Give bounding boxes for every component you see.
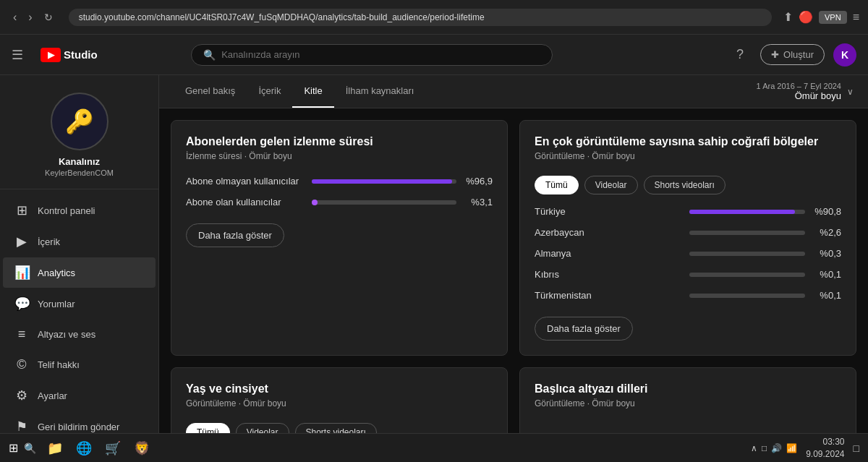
notification-icon[interactable]: □ (854, 442, 859, 454)
extensions-icon[interactable]: 🔴 (799, 10, 813, 24)
taskbar-app-browser[interactable]: 🌐 (71, 435, 97, 461)
reload-button[interactable]: ↻ (40, 8, 57, 27)
sidebar-item-analytics[interactable]: 📊 Analytics (3, 257, 156, 288)
sidebar-label-ayarlar: Ayarlar (38, 390, 67, 401)
chevron-down-icon: ∨ (847, 87, 854, 97)
taskbar-apps: 📁 🌐 🛒 🦁 (42, 435, 155, 461)
cyprus-value: %0,1 (812, 269, 841, 280)
sidebar-item-icerik[interactable]: ▶ İçerik (3, 226, 156, 257)
turkey-bar-container (689, 210, 805, 214)
browser-nav-buttons: ‹ › ↻ (9, 8, 57, 27)
tab-kitle[interactable]: Kitle (292, 75, 333, 108)
turkmenistan-label: Türkmenistan (535, 290, 682, 301)
yt-studio-header: ☰ ▶ Studio 🔍 ? ✚ Oluştur K (0, 35, 868, 75)
address-bar[interactable] (69, 9, 772, 26)
non-subscriber-bar (312, 179, 452, 184)
search-input[interactable] (221, 49, 540, 60)
age-gender-filter-all[interactable]: Tümü (186, 423, 230, 433)
age-gender-filter-videos[interactable]: Videolar (236, 423, 289, 433)
comments-icon: 💬 (14, 296, 29, 312)
hamburger-menu-icon[interactable]: ☰ (12, 47, 23, 63)
channel-info: 🔑 Kanalınız KeylerBendenCOM (0, 81, 158, 189)
taskbar-app-brave[interactable]: 🦁 (129, 435, 155, 461)
sidebar-label-kontrol-paneli: Kontrol paneli (38, 205, 95, 216)
period-selector[interactable]: 1 Ara 2016 – 7 Eyl 2024 Ömür boyu ∨ (757, 82, 854, 101)
clock-time: 03:30 (806, 436, 844, 448)
azerbaijan-value: %2,6 (812, 227, 841, 238)
yt-studio-logo[interactable]: ▶ Studio (41, 48, 98, 62)
turkmenistan-bar-container (689, 294, 805, 298)
analytics-content-grid: Abonelerden gelen izlenme süresi İzlenme… (159, 108, 868, 433)
subscriber-show-more-button[interactable]: Daha fazla göster (186, 223, 284, 247)
taskbar: ⊞ 🔍 📁 🌐 🛒 🦁 ∧ □ 🔊 📶 03:30 9.09.202 (0, 433, 868, 462)
sidebar-item-kontrol-paneli[interactable]: ⊞ Kontrol paneli (3, 195, 156, 226)
studio-label: Studio (64, 48, 98, 61)
browser-menu-icon[interactable]: ≡ (853, 11, 859, 24)
age-gender-card-subtitle: Görüntüleme · Ömür boyu (186, 398, 493, 408)
sidebar-item-yorumlar[interactable]: 💬 Yorumlar (3, 288, 156, 319)
main-layout: 🔑 Kanalınız KeylerBendenCOM ⊞ Kontrol pa… (0, 75, 868, 433)
period-title: Ömür boyu (757, 90, 841, 101)
tray-wifi-icon[interactable]: 📶 (786, 443, 797, 453)
channel-avatar[interactable]: 🔑 (51, 93, 109, 150)
geography-card: En çok görüntüleme sayısına sahip coğraf… (519, 120, 856, 356)
back-button[interactable]: ‹ (9, 8, 21, 27)
azerbaijan-label: Azerbaycan (535, 227, 682, 238)
age-gender-filter-buttons: Tümü Videolar Shorts videoları (186, 423, 493, 433)
sidebar-label-analytics: Analytics (38, 268, 75, 278)
feedback-icon: ⚑ (14, 419, 29, 433)
turkey-row: Türkiye %90,8 (535, 206, 841, 217)
non-subscriber-value: %96,9 (464, 176, 493, 187)
tray-network-icon[interactable]: □ (762, 443, 767, 453)
geography-filter-videos[interactable]: Videolar (584, 176, 638, 194)
subscriber-row: Abone olan kullanıcılar %3,1 (186, 197, 493, 208)
tab-icerik[interactable]: İçerik (247, 75, 292, 108)
tray-show-hidden-icon[interactable]: ∧ (751, 443, 757, 453)
settings-icon: ⚙ (14, 388, 29, 403)
dashboard-icon: ⊞ (14, 202, 29, 218)
subscriber-bar-container (312, 200, 456, 205)
youtube-logo-icon: ▶ (41, 48, 61, 62)
sidebar-label-telif: Telif hakkı (38, 359, 80, 370)
geography-filter-shorts[interactable]: Shorts videoları (644, 176, 726, 194)
header-search-bar[interactable]: 🔍 (191, 44, 553, 66)
taskbar-app-store[interactable]: 🛒 (100, 435, 126, 461)
tray-volume-icon[interactable]: 🔊 (771, 443, 782, 453)
subtitle-languages-subtitle: Görüntüleme · Ömür boyu (535, 398, 841, 408)
sidebar-item-ayarlar[interactable]: ⚙ Ayarlar (3, 380, 156, 411)
tray-icons: ∧ □ 🔊 📶 (751, 443, 797, 453)
vpn-button[interactable]: VPN (819, 11, 847, 24)
geography-show-more-button[interactable]: Daha fazla göster (535, 317, 633, 341)
tab-ilham[interactable]: İlham kaynakları (334, 75, 426, 108)
age-gender-filter-shorts[interactable]: Shorts videoları (295, 423, 377, 433)
sidebar-label-geri-bildirim: Geri bildirim gönder (38, 422, 119, 432)
subscriber-watch-time-card: Abonelerden gelen izlenme süresi İzlenme… (171, 120, 508, 356)
taskbar-app-explorer[interactable]: 📁 (42, 435, 68, 461)
azerbaijan-row: Azerbaycan %2,6 (535, 227, 841, 238)
geography-card-subtitle: Görüntüleme · Ömür boyu (535, 151, 841, 161)
windows-start-icon[interactable]: ⊞ (9, 441, 18, 455)
browser-actions: ⬆ 🔴 VPN ≡ (783, 10, 859, 24)
taskbar-search-icon[interactable]: 🔍 (24, 442, 36, 454)
sidebar-item-telif[interactable]: © Telif hakkı (3, 350, 156, 380)
cyprus-bar-container (689, 273, 805, 277)
user-avatar[interactable]: K (833, 43, 856, 67)
tab-genel-bakis[interactable]: Genel bakış (174, 75, 247, 108)
subtitle-icon: ≡ (14, 327, 29, 342)
sidebar-label-icerik: İçerik (38, 236, 60, 247)
store-icon: 🛒 (105, 440, 121, 456)
create-button[interactable]: ✚ Oluştur (760, 44, 825, 65)
sidebar-item-altyazi[interactable]: ≡ Altyazı ve ses (3, 320, 156, 349)
turkmenistan-row: Türkmenistan %0,1 (535, 290, 841, 301)
sidebar-label-yorumlar: Yorumlar (38, 299, 75, 309)
turkmenistan-value: %0,1 (812, 290, 841, 301)
share-icon[interactable]: ⬆ (783, 10, 793, 24)
subscriber-dot (312, 200, 318, 205)
sidebar-item-geri-bildirim[interactable]: ⚑ Geri bildirim gönder (3, 411, 156, 433)
subtitle-languages-title: Başlıca altyazı dilleri (535, 382, 841, 395)
subscriber-card-title: Abonelerden gelen izlenme süresi (186, 135, 493, 148)
geography-filter-all[interactable]: Tümü (535, 176, 579, 194)
forward-button[interactable]: › (24, 8, 36, 27)
age-gender-card: Yaş ve cinsiyet Görüntüleme · Ömür boyu … (171, 367, 508, 433)
help-button[interactable]: ? (728, 43, 752, 67)
